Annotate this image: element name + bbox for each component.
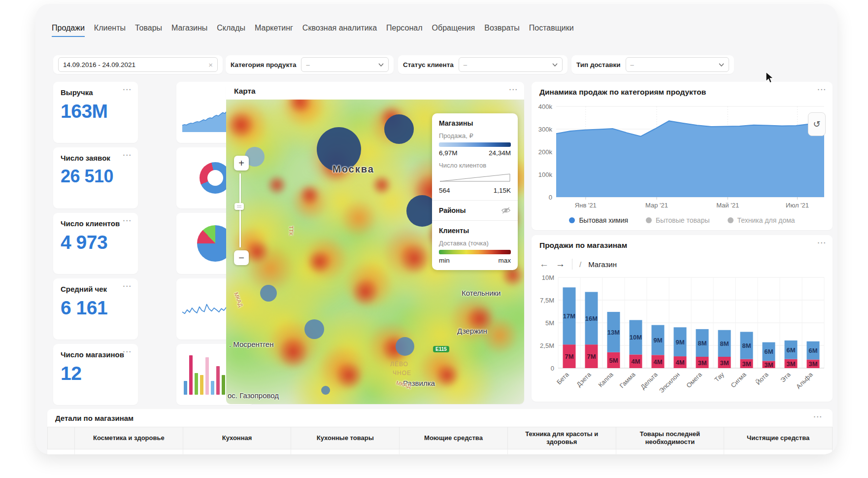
details-title: Детали по магазинам — [55, 414, 134, 422]
map-zoom-slider-handle[interactable] — [234, 203, 244, 210]
filter-product-category: Категория продукта – — [226, 55, 394, 74]
mini-bar — [211, 381, 214, 395]
dynamics-menu-button[interactable]: ··· — [818, 86, 827, 94]
kpi-menu-button[interactable]: ··· — [123, 217, 133, 225]
svg-text:10M: 10M — [630, 334, 642, 341]
svg-text:7,5M: 7,5M — [540, 297, 554, 304]
svg-text:Омега: Омега — [685, 371, 703, 389]
table-cell — [508, 449, 616, 454]
store-marker[interactable] — [260, 285, 277, 302]
svg-text:Гамма: Гамма — [618, 371, 637, 389]
clear-icon[interactable]: × — [208, 61, 213, 69]
svg-text:3M: 3M — [786, 360, 795, 368]
legend-delivery-label: Доставка (точка) — [439, 239, 511, 247]
tab-клиенты[interactable]: Клиенты — [94, 24, 126, 37]
store-marker[interactable] — [321, 386, 330, 395]
store-marker[interactable] — [384, 114, 414, 144]
legend-stores-title: Магазины — [439, 119, 511, 127]
tab-товары[interactable]: Товары — [135, 24, 162, 37]
table-cell — [47, 449, 75, 454]
tab-продажи[interactable]: Продажи — [52, 24, 85, 37]
table-header-cell: Техника для красоты и здоровья — [508, 427, 616, 449]
breadcrumb[interactable]: Магазин — [588, 260, 617, 269]
tab-поставщики[interactable]: Поставщики — [529, 24, 574, 37]
kpi-card-4: ···Средний чек6 161 — [53, 278, 138, 340]
map-zoom-out-button[interactable]: − — [234, 250, 249, 265]
shops-menu-button[interactable]: ··· — [818, 239, 827, 247]
dynamics-card: Динамика продаж по категориям продуктов … — [532, 82, 833, 230]
reset-zoom-button[interactable]: ↺ — [808, 112, 826, 136]
svg-text:6M: 6M — [786, 346, 795, 354]
legend-item-active[interactable]: Бытовая химия — [569, 216, 628, 224]
delivery-type-select[interactable]: – — [626, 57, 729, 72]
tab-сквозная-аналитика[interactable]: Сквозная аналитика — [302, 24, 377, 37]
map-canvas[interactable]: Москва. Мосрентгенос. ГазопроводРазвилка… — [226, 100, 524, 404]
chevron-down-icon — [552, 63, 558, 67]
mini-bar — [200, 375, 203, 395]
shops-toolbar: ← → / Магазин — [539, 259, 617, 270]
select-value: – — [464, 61, 467, 68]
kpi-label: Число клиентов — [61, 219, 131, 228]
svg-text:4M: 4M — [653, 358, 662, 366]
mini-bar — [216, 366, 220, 395]
delivery-gradient-bar — [439, 250, 511, 254]
toolbar-divider — [572, 259, 572, 270]
map-menu-button[interactable]: ··· — [509, 86, 519, 94]
tab-обращения[interactable]: Обращения — [432, 24, 475, 37]
tab-bar: ПродажиКлиентыТоварыМагазиныСкладыМаркет… — [52, 24, 574, 37]
kpi-menu-button[interactable]: ··· — [123, 151, 133, 159]
map-label-мосрентген: . Мосрентген — [229, 340, 273, 348]
dynamics-legend: Бытовая химияБытовые товарыТехника для д… — [532, 216, 833, 224]
shops-bar-svg: 02,5M5M7,5M10M17M7MБета16M7MДзета13M5MКа… — [535, 273, 829, 400]
table-header-cell: Чистящие средства — [724, 427, 833, 449]
client-status-select[interactable]: – — [459, 57, 563, 72]
svg-text:Мар '21: Мар '21 — [645, 202, 668, 209]
kpi-menu-button[interactable]: ··· — [123, 282, 133, 290]
kpi-card-3: ···Число клиентов4 973 — [53, 213, 138, 274]
date-range-input[interactable]: 14.09.2016 - 24.09.2021 × — [58, 57, 218, 72]
legend-dot — [569, 217, 575, 223]
svg-text:3M: 3M — [808, 360, 817, 368]
product-category-select[interactable]: – — [301, 57, 389, 72]
shops-card: Продажи по магазинам ··· ← → / Магазин 0… — [532, 235, 833, 402]
clients-min: 564 — [439, 187, 450, 194]
svg-text:2,5M: 2,5M — [540, 342, 554, 349]
legend-item-inactive[interactable]: Бытовые товары — [646, 216, 709, 224]
map-zoom-slider[interactable] — [239, 173, 241, 247]
tab-возвраты[interactable]: Возвраты — [484, 24, 520, 37]
kpi-value: 12 — [61, 363, 131, 384]
legend-item-inactive[interactable]: Техника для дома — [728, 216, 795, 224]
shops-title: Продажи по магазинам — [539, 241, 627, 250]
map-zoom-in-button[interactable]: + — [234, 156, 249, 171]
tab-склады[interactable]: Склады — [217, 24, 245, 37]
eye-off-icon[interactable] — [501, 206, 511, 214]
reset-icon: ↺ — [813, 119, 820, 130]
kpi-menu-button[interactable]: ··· — [123, 86, 133, 94]
svg-text:Эпсилон: Эпсилон — [658, 371, 681, 395]
screen: ПродажиКлиентыТоварыМагазиныСкладыМаркет… — [0, 0, 868, 478]
table-header-cell: Косметика и здоровье — [75, 427, 183, 449]
table-cell — [616, 449, 725, 454]
map-label-котельники: Котельники — [462, 289, 501, 297]
tab-персонал[interactable]: Персонал — [386, 24, 422, 37]
svg-text:400k: 400k — [538, 103, 553, 110]
delivery-min: min — [439, 257, 450, 264]
date-range-filter[interactable]: 14.09.2016 - 24.09.2021 × — [53, 55, 223, 74]
delivery-max: max — [498, 257, 511, 264]
back-arrow-icon[interactable]: ← — [539, 259, 549, 270]
legend-sales-label: Продажа, ₽ — [439, 132, 511, 139]
chevron-down-icon — [378, 63, 384, 67]
svg-text:10M: 10M — [542, 274, 554, 281]
svg-text:8M: 8M — [720, 340, 729, 347]
kpi-menu-button[interactable]: ··· — [123, 348, 133, 356]
table-header-cell: Кухонные товары — [291, 427, 400, 449]
svg-text:3M: 3M — [720, 359, 729, 367]
tab-магазины[interactable]: Магазины — [171, 24, 207, 37]
forward-arrow-icon[interactable]: → — [556, 259, 565, 270]
svg-text:Эта: Эта — [779, 371, 792, 384]
tab-маркетинг[interactable]: Маркетинг — [255, 24, 293, 37]
legend-label: Бытовые товары — [656, 216, 709, 224]
store-marker[interactable] — [304, 319, 324, 339]
details-menu-button[interactable]: ··· — [814, 413, 823, 421]
store-marker[interactable] — [396, 337, 414, 356]
